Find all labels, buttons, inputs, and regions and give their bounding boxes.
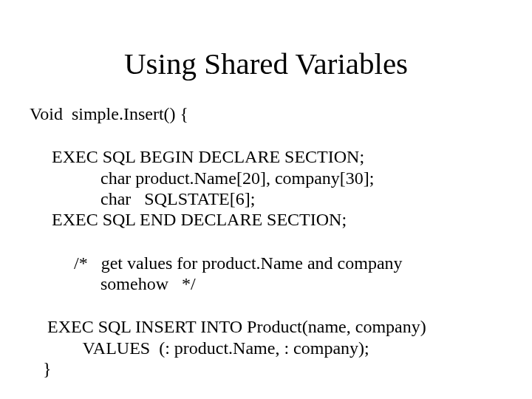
- code-line: char SQLSTATE[6];: [30, 188, 502, 209]
- insert-block: EXEC SQL INSERT INTO Product(name, compa…: [30, 316, 502, 358]
- slide: Using Shared Variables Void simple.Inser…: [0, 0, 532, 399]
- code-line: EXEC SQL INSERT INTO Product(name, compa…: [30, 316, 502, 337]
- code-line: EXEC SQL BEGIN DECLARE SECTION;: [30, 146, 502, 167]
- code-line: char product.Name[20], company[30];: [30, 168, 502, 188]
- code-line: /* get values for product.Name and compa…: [30, 253, 502, 273]
- code-line: VALUES (: product.Name, : company);: [30, 338, 502, 358]
- comment-block: /* get values for product.Name and compa…: [30, 253, 502, 295]
- code-fn-signature: Void simple.Insert() {: [30, 103, 502, 124]
- slide-title: Using Shared Variables: [0, 46, 532, 81]
- code-body: Void simple.Insert() { EXEC SQL BEGIN DE…: [30, 103, 502, 379]
- code-line: somehow */: [30, 273, 502, 294]
- code-close-brace: }: [30, 358, 502, 379]
- code-line: EXEC SQL END DECLARE SECTION;: [30, 209, 502, 230]
- declare-section: EXEC SQL BEGIN DECLARE SECTION; char pro…: [30, 146, 502, 230]
